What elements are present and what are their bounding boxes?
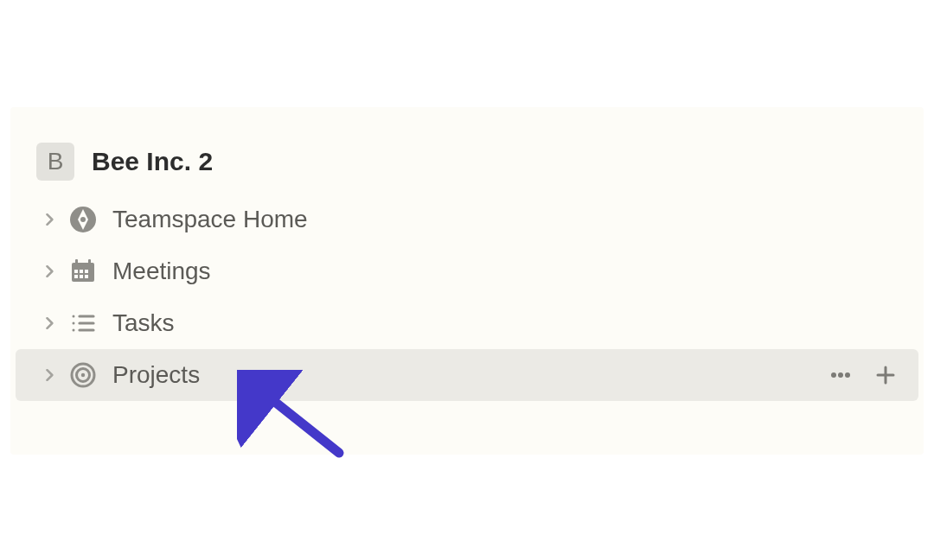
sidebar-item-label: Teamspace Home [112,206,901,233]
chevron-right-icon[interactable] [42,317,59,329]
svg-rect-8 [74,275,78,278]
sidebar-item-teamspace-home[interactable]: Teamspace Home [16,194,918,245]
add-page-button[interactable] [870,360,901,391]
sidebar-panel: B Bee Inc. 2 Teamspace Home [10,107,924,455]
sidebar-item-projects[interactable]: Projects [16,349,918,401]
svg-point-1 [80,217,86,222]
chevron-right-icon[interactable] [42,265,59,277]
svg-rect-9 [80,275,83,278]
svg-point-20 [831,372,836,378]
svg-rect-3 [75,259,78,265]
svg-point-13 [73,322,75,325]
svg-rect-5 [74,270,78,273]
svg-point-19 [81,373,85,377]
svg-point-11 [73,315,75,318]
workspace-badge-letter: B [48,148,64,175]
svg-rect-7 [85,270,88,273]
sidebar-item-tasks[interactable]: Tasks [16,297,918,349]
list-icon [67,308,99,339]
calendar-icon [67,256,99,287]
item-actions [825,360,901,391]
more-options-button[interactable] [825,360,856,391]
sidebar-item-label: Projects [112,361,825,389]
svg-point-22 [845,372,850,378]
workspace-title: Bee Inc. 2 [92,147,213,176]
svg-rect-10 [85,275,88,278]
sidebar-item-label: Meetings [112,258,901,285]
compass-icon [67,204,99,235]
workspace-badge: B [36,143,74,181]
svg-point-15 [73,329,75,332]
svg-point-21 [838,372,843,378]
workspace-header[interactable]: B Bee Inc. 2 [10,140,924,183]
target-icon [67,360,99,391]
svg-rect-6 [80,270,83,273]
svg-rect-4 [88,259,91,265]
chevron-right-icon[interactable] [42,213,59,226]
chevron-right-icon[interactable] [42,369,59,381]
sidebar-item-meetings[interactable]: Meetings [16,245,918,297]
sidebar-item-label: Tasks [112,309,901,337]
